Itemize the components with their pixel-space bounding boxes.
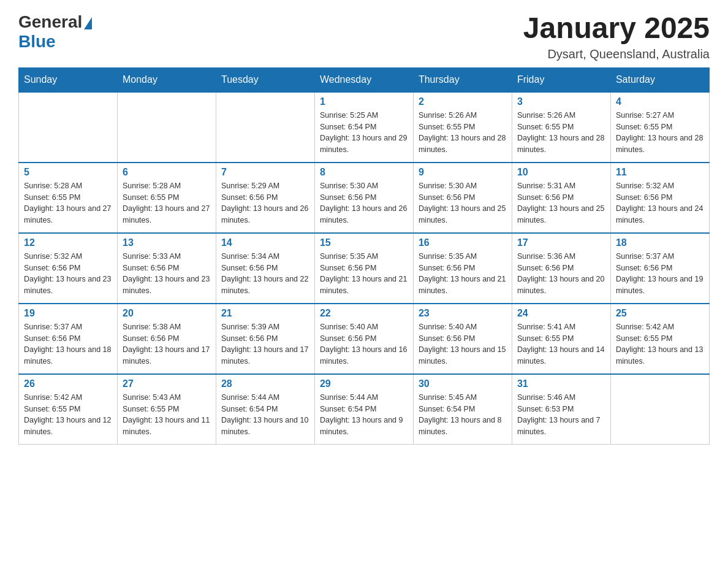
day-number: 10 (517, 167, 605, 178)
calendar-header-row: SundayMondayTuesdayWednesdayThursdayFrid… (19, 67, 710, 92)
day-info: Sunrise: 5:44 AM Sunset: 6:54 PM Dayligh… (320, 392, 408, 438)
day-number: 16 (419, 237, 507, 248)
day-info: Sunrise: 5:40 AM Sunset: 6:56 PM Dayligh… (419, 321, 507, 367)
day-info: Sunrise: 5:31 AM Sunset: 6:56 PM Dayligh… (517, 180, 605, 226)
day-number: 15 (320, 237, 408, 248)
calendar-cell: 23Sunrise: 5:40 AM Sunset: 6:56 PM Dayli… (413, 304, 512, 374)
day-number: 9 (419, 167, 507, 178)
day-info: Sunrise: 5:33 AM Sunset: 6:56 PM Dayligh… (123, 251, 211, 297)
day-info: Sunrise: 5:25 AM Sunset: 6:54 PM Dayligh… (320, 110, 408, 156)
day-info: Sunrise: 5:35 AM Sunset: 6:56 PM Dayligh… (419, 251, 507, 297)
day-number: 11 (616, 167, 704, 178)
calendar-cell (216, 92, 314, 163)
day-info: Sunrise: 5:32 AM Sunset: 6:56 PM Dayligh… (24, 251, 112, 297)
day-info: Sunrise: 5:34 AM Sunset: 6:56 PM Dayligh… (221, 251, 309, 297)
calendar-cell (117, 92, 216, 163)
day-info: Sunrise: 5:26 AM Sunset: 6:55 PM Dayligh… (517, 110, 605, 156)
calendar-cell: 22Sunrise: 5:40 AM Sunset: 6:56 PM Dayli… (314, 304, 413, 374)
column-header-saturday: Saturday (610, 67, 709, 92)
day-number: 23 (419, 308, 507, 319)
day-number: 17 (517, 237, 605, 248)
calendar-cell: 19Sunrise: 5:37 AM Sunset: 6:56 PM Dayli… (19, 304, 118, 374)
day-number: 26 (24, 378, 112, 389)
calendar-cell: 4Sunrise: 5:27 AM Sunset: 6:55 PM Daylig… (610, 92, 709, 163)
column-header-monday: Monday (117, 67, 216, 92)
calendar-cell: 21Sunrise: 5:39 AM Sunset: 6:56 PM Dayli… (216, 304, 314, 374)
day-info: Sunrise: 5:30 AM Sunset: 6:56 PM Dayligh… (419, 180, 507, 226)
calendar-cell: 27Sunrise: 5:43 AM Sunset: 6:55 PM Dayli… (117, 374, 216, 445)
day-number: 13 (123, 237, 211, 248)
day-info: Sunrise: 5:42 AM Sunset: 6:55 PM Dayligh… (24, 392, 112, 438)
calendar-cell: 17Sunrise: 5:36 AM Sunset: 6:56 PM Dayli… (512, 233, 610, 304)
calendar-cell (19, 92, 118, 163)
day-number: 27 (123, 378, 211, 389)
day-info: Sunrise: 5:38 AM Sunset: 6:56 PM Dayligh… (123, 321, 211, 367)
calendar-cell: 15Sunrise: 5:35 AM Sunset: 6:56 PM Dayli… (314, 233, 413, 304)
day-info: Sunrise: 5:45 AM Sunset: 6:54 PM Dayligh… (419, 392, 507, 438)
column-header-thursday: Thursday (413, 67, 512, 92)
calendar-cell: 6Sunrise: 5:28 AM Sunset: 6:55 PM Daylig… (117, 163, 216, 233)
column-header-friday: Friday (512, 67, 610, 92)
day-number: 19 (24, 308, 112, 319)
calendar-cell: 25Sunrise: 5:42 AM Sunset: 6:55 PM Dayli… (610, 304, 709, 374)
calendar-table: SundayMondayTuesdayWednesdayThursdayFrid… (18, 67, 710, 445)
day-info: Sunrise: 5:46 AM Sunset: 6:53 PM Dayligh… (517, 392, 605, 438)
day-info: Sunrise: 5:37 AM Sunset: 6:56 PM Dayligh… (616, 251, 704, 297)
day-number: 24 (517, 308, 605, 319)
day-number: 4 (616, 96, 704, 107)
day-number: 5 (24, 167, 112, 178)
calendar-cell: 30Sunrise: 5:45 AM Sunset: 6:54 PM Dayli… (413, 374, 512, 445)
calendar-cell: 7Sunrise: 5:29 AM Sunset: 6:56 PM Daylig… (216, 163, 314, 233)
day-info: Sunrise: 5:37 AM Sunset: 6:56 PM Dayligh… (24, 321, 112, 367)
logo-blue-text: Blue (18, 32, 56, 51)
day-number: 28 (221, 378, 309, 389)
title-section: January 2025 Dysart, Queensland, Austral… (523, 12, 710, 61)
calendar-week-3: 12Sunrise: 5:32 AM Sunset: 6:56 PM Dayli… (19, 233, 710, 304)
calendar-cell: 5Sunrise: 5:28 AM Sunset: 6:55 PM Daylig… (19, 163, 118, 233)
calendar-cell: 3Sunrise: 5:26 AM Sunset: 6:55 PM Daylig… (512, 92, 610, 163)
day-info: Sunrise: 5:28 AM Sunset: 6:55 PM Dayligh… (123, 180, 211, 226)
day-number: 29 (320, 378, 408, 389)
calendar-week-1: 1Sunrise: 5:25 AM Sunset: 6:54 PM Daylig… (19, 92, 710, 163)
calendar-title: January 2025 (523, 12, 710, 45)
calendar-cell: 13Sunrise: 5:33 AM Sunset: 6:56 PM Dayli… (117, 233, 216, 304)
day-info: Sunrise: 5:43 AM Sunset: 6:55 PM Dayligh… (123, 392, 211, 438)
calendar-subtitle: Dysart, Queensland, Australia (523, 47, 710, 61)
day-info: Sunrise: 5:44 AM Sunset: 6:54 PM Dayligh… (221, 392, 309, 438)
calendar-cell: 10Sunrise: 5:31 AM Sunset: 6:56 PM Dayli… (512, 163, 610, 233)
day-number: 3 (517, 96, 605, 107)
logo-general-text: General (18, 12, 82, 32)
day-number: 21 (221, 308, 309, 319)
calendar-cell: 14Sunrise: 5:34 AM Sunset: 6:56 PM Dayli… (216, 233, 314, 304)
day-number: 22 (320, 308, 408, 319)
day-number: 30 (419, 378, 507, 389)
calendar-cell: 20Sunrise: 5:38 AM Sunset: 6:56 PM Dayli… (117, 304, 216, 374)
column-header-tuesday: Tuesday (216, 67, 314, 92)
day-number: 20 (123, 308, 211, 319)
calendar-week-5: 26Sunrise: 5:42 AM Sunset: 6:55 PM Dayli… (19, 374, 710, 445)
logo-arrow-icon (84, 17, 92, 29)
calendar-cell: 26Sunrise: 5:42 AM Sunset: 6:55 PM Dayli… (19, 374, 118, 445)
day-info: Sunrise: 5:36 AM Sunset: 6:56 PM Dayligh… (517, 251, 605, 297)
day-info: Sunrise: 5:27 AM Sunset: 6:55 PM Dayligh… (616, 110, 704, 156)
calendar-cell (610, 374, 709, 445)
calendar-cell: 2Sunrise: 5:26 AM Sunset: 6:55 PM Daylig… (413, 92, 512, 163)
calendar-cell: 9Sunrise: 5:30 AM Sunset: 6:56 PM Daylig… (413, 163, 512, 233)
day-info: Sunrise: 5:29 AM Sunset: 6:56 PM Dayligh… (221, 180, 309, 226)
calendar-cell: 1Sunrise: 5:25 AM Sunset: 6:54 PM Daylig… (314, 92, 413, 163)
day-info: Sunrise: 5:41 AM Sunset: 6:55 PM Dayligh… (517, 321, 605, 367)
day-number: 8 (320, 167, 408, 178)
column-header-sunday: Sunday (19, 67, 118, 92)
calendar-cell: 16Sunrise: 5:35 AM Sunset: 6:56 PM Dayli… (413, 233, 512, 304)
day-number: 18 (616, 237, 704, 248)
day-info: Sunrise: 5:40 AM Sunset: 6:56 PM Dayligh… (320, 321, 408, 367)
calendar-cell: 18Sunrise: 5:37 AM Sunset: 6:56 PM Dayli… (610, 233, 709, 304)
calendar-cell: 31Sunrise: 5:46 AM Sunset: 6:53 PM Dayli… (512, 374, 610, 445)
day-info: Sunrise: 5:32 AM Sunset: 6:56 PM Dayligh… (616, 180, 704, 226)
calendar-cell: 12Sunrise: 5:32 AM Sunset: 6:56 PM Dayli… (19, 233, 118, 304)
day-info: Sunrise: 5:35 AM Sunset: 6:56 PM Dayligh… (320, 251, 408, 297)
day-number: 31 (517, 378, 605, 389)
day-number: 2 (419, 96, 507, 107)
logo: General Blue (18, 12, 92, 52)
calendar-cell: 8Sunrise: 5:30 AM Sunset: 6:56 PM Daylig… (314, 163, 413, 233)
